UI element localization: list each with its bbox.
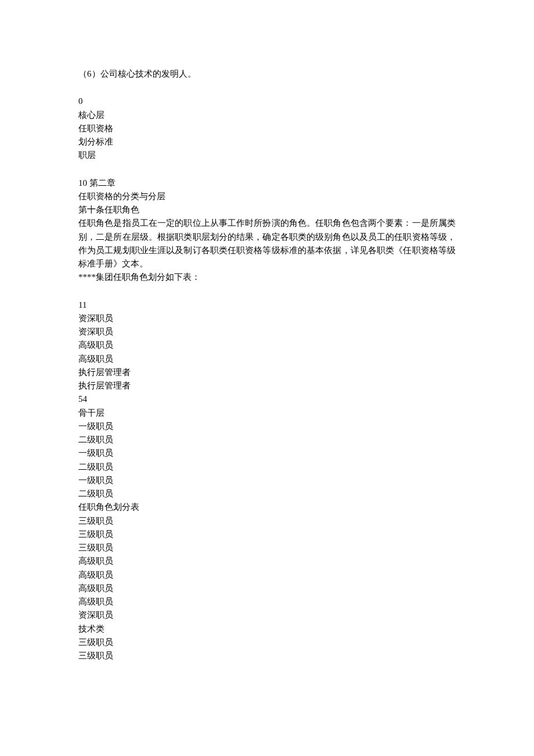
text-line: 核心层 bbox=[78, 109, 456, 122]
text-line: 0 bbox=[78, 95, 456, 108]
text-line: 三级职员 bbox=[78, 649, 456, 663]
text-line: 三级职员 bbox=[78, 514, 456, 528]
closing-line: ****集团任职角色划分如下表： bbox=[78, 271, 456, 284]
text-line: 高级职员 bbox=[78, 582, 456, 595]
text-line: 职层 bbox=[78, 149, 456, 162]
text-line: 技术类 bbox=[78, 622, 456, 636]
chapter-subtitle: 任职资格的分类与分层 bbox=[78, 190, 456, 203]
text-line: 高级职员 bbox=[78, 568, 456, 582]
text-line: 高级职员 bbox=[78, 555, 456, 568]
text-line: 资深职员 bbox=[78, 325, 456, 339]
text-line: 三级职员 bbox=[78, 541, 456, 555]
article-title: 第十条任职角色 bbox=[78, 203, 456, 217]
text-line: 任职角色划分表 bbox=[78, 501, 456, 514]
article-paragraph: 任职角色是指员工在一定的职位上从事工作时所扮演的角色。任职角色包含两个要素：一是… bbox=[78, 217, 456, 271]
text-line: 高级职员 bbox=[78, 339, 456, 352]
text-line: 二级职员 bbox=[78, 487, 456, 501]
text-line: 一级职员 bbox=[78, 447, 456, 460]
text-line: 一级职员 bbox=[78, 474, 456, 487]
header-block: （6）公司核心技术的发明人。 bbox=[78, 67, 456, 81]
section-c: 11 资深职员 资深职员 高级职员 高级职员 执行层管理者 执行层管理者 54 … bbox=[78, 298, 456, 663]
text-line: 高级职员 bbox=[78, 352, 456, 366]
text-line: 资深职员 bbox=[78, 312, 456, 325]
text-line: 二级职员 bbox=[78, 460, 456, 474]
text-line: 任职资格 bbox=[78, 122, 456, 135]
header-line: （6）公司核心技术的发明人。 bbox=[78, 67, 456, 81]
text-line: 一级职员 bbox=[78, 420, 456, 433]
section-a: 0 核心层 任职资格 划分标准 职层 bbox=[78, 95, 456, 162]
text-line: 54 bbox=[78, 393, 456, 406]
text-line: 三级职员 bbox=[78, 528, 456, 541]
text-line: 11 bbox=[78, 298, 456, 312]
text-line: 执行层管理者 bbox=[78, 379, 456, 393]
text-line: 二级职员 bbox=[78, 433, 456, 447]
text-line: 三级职员 bbox=[78, 636, 456, 649]
text-line: 执行层管理者 bbox=[78, 366, 456, 379]
text-line: 骨干层 bbox=[78, 406, 456, 420]
section-b: 10 第二章 任职资格的分类与分层 第十条任职角色 任职角色是指员工在一定的职位… bbox=[78, 177, 456, 285]
chapter-heading: 10 第二章 bbox=[78, 177, 456, 190]
text-line: 高级职员 bbox=[78, 595, 456, 609]
text-line: 资深职员 bbox=[78, 609, 456, 622]
text-line: 划分标准 bbox=[78, 135, 456, 149]
